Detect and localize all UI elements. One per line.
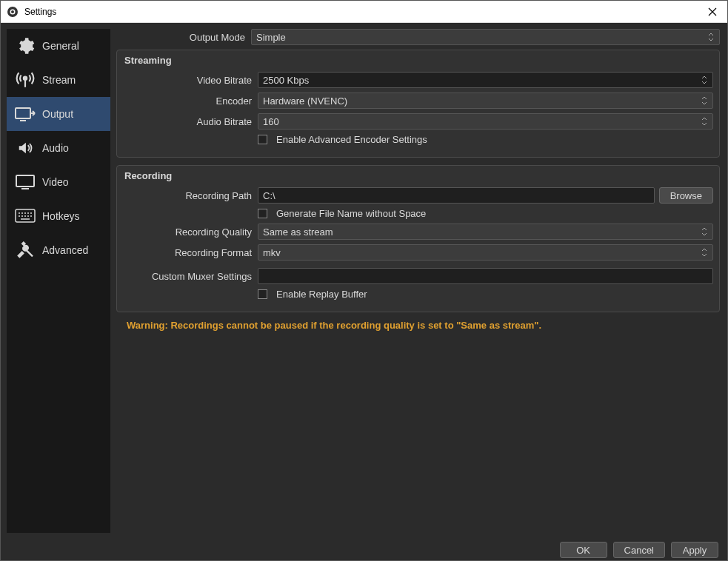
recording-title: Recording (124, 170, 713, 181)
window-title: Settings (24, 7, 698, 17)
audio-bitrate-label: Audio Bitrate (123, 116, 258, 127)
recording-format-label: Recording Format (123, 247, 258, 258)
recording-quality-label: Recording Quality (123, 226, 258, 238)
encoder-select[interactable]: Hardware (NVENC) (258, 93, 713, 109)
sidebar-item-output[interactable]: Output (7, 97, 110, 131)
svg-rect-4 (16, 108, 30, 118)
video-bitrate-label: Video Bitrate (123, 75, 258, 86)
updown-icon (699, 246, 709, 258)
tools-icon (14, 241, 36, 260)
sidebar-item-video[interactable]: Video (7, 165, 110, 199)
sidebar-label: General (42, 40, 79, 52)
footer: OK Cancel Apply (1, 539, 727, 561)
keyboard-icon (14, 206, 36, 226)
advanced-encoder-checkbox[interactable] (258, 135, 267, 144)
svg-point-3 (24, 77, 27, 80)
output-mode-label: Output Mode (116, 32, 251, 43)
svg-point-2 (11, 10, 14, 13)
sidebar-label: Video (42, 176, 69, 188)
sidebar-item-audio[interactable]: Audio (7, 131, 110, 165)
streaming-group: Streaming Video Bitrate 2500 Kbps Encode… (116, 50, 720, 158)
browse-button[interactable]: Browse (659, 187, 713, 204)
sidebar-label: Advanced (42, 244, 88, 256)
replay-buffer-checkbox[interactable] (258, 289, 267, 299)
ok-button[interactable]: OK (560, 542, 607, 558)
recording-path-label: Recording Path (123, 190, 258, 201)
close-button[interactable] (698, 1, 727, 23)
content-panel: Output Mode Simple Streaming Video Bitra… (110, 23, 727, 539)
recording-format-select[interactable]: mkv (258, 244, 713, 261)
updown-icon (699, 226, 709, 238)
gear-icon (14, 36, 36, 56)
output-mode-row: Output Mode Simple (116, 29, 720, 45)
recording-path-input[interactable]: C:\ (258, 187, 655, 204)
sidebar-label: Hotkeys (42, 210, 80, 222)
muxer-input[interactable] (258, 268, 713, 284)
updown-icon (706, 31, 716, 43)
nospace-label: Generate File Name without Space (276, 208, 426, 219)
sidebar-item-general[interactable]: General (7, 29, 110, 63)
recording-group: Recording Recording Path C:\ Browse Gene… (116, 165, 720, 312)
cancel-button[interactable]: Cancel (613, 542, 665, 558)
sidebar-label: Audio (42, 142, 69, 154)
sidebar-item-advanced[interactable]: Advanced (7, 233, 110, 267)
muxer-label: Custom Muxer Settings (123, 271, 258, 282)
encoder-label: Encoder (123, 95, 258, 107)
video-bitrate-input[interactable]: 2500 Kbps (258, 72, 713, 88)
sidebar-item-stream[interactable]: Stream (7, 63, 110, 97)
advanced-encoder-label: Enable Advanced Encoder Settings (276, 134, 427, 145)
sidebar-label: Output (42, 108, 73, 120)
nospace-checkbox[interactable] (258, 209, 267, 218)
output-mode-select[interactable]: Simple (251, 29, 720, 45)
warning-text: Warning: Recordings cannot be paused if … (127, 320, 720, 331)
titlebar: Settings (1, 1, 727, 23)
sidebar-label: Stream (42, 74, 76, 86)
main-area: General Stream Output Audio Video Hotkey… (1, 23, 727, 539)
audio-bitrate-select[interactable]: 160 (258, 113, 713, 130)
apply-button[interactable]: Apply (671, 542, 718, 558)
recording-quality-select[interactable]: Same as stream (258, 224, 713, 240)
updown-icon (699, 95, 709, 107)
svg-rect-5 (16, 175, 34, 187)
spinner-icon (699, 74, 709, 86)
replay-buffer-label: Enable Replay Buffer (276, 289, 367, 300)
sidebar-item-hotkeys[interactable]: Hotkeys (7, 199, 110, 233)
monitor-icon (14, 172, 36, 192)
sidebar: General Stream Output Audio Video Hotkey… (7, 29, 110, 533)
app-icon (7, 6, 19, 18)
updown-icon (699, 115, 709, 127)
output-icon (14, 104, 36, 124)
streaming-title: Streaming (124, 55, 713, 66)
speaker-icon (14, 138, 36, 158)
antenna-icon (14, 70, 36, 90)
